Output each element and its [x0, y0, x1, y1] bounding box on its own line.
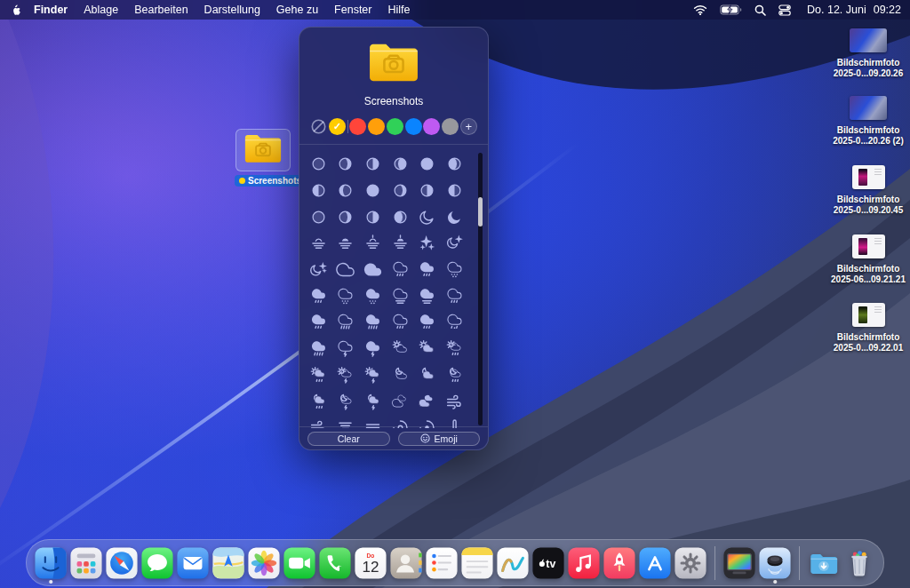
grid-icon-moon-left-gibbous[interactable]	[441, 151, 468, 178]
grid-icon-moon-left-gibbous[interactable]	[387, 203, 414, 230]
desktop-file-5[interactable]: Bildschirmfoto2025-0...09.22.01	[824, 303, 910, 354]
dock-photos-icon[interactable]	[246, 542, 282, 584]
grid-icon-cloud-sun-rain[interactable]	[441, 336, 468, 362]
grid-icon-cloud-sun-bolt[interactable]	[332, 362, 360, 389]
grid-icon-cloud-rain-fill[interactable]	[305, 309, 332, 336]
dock-media-viewer-icon[interactable]	[722, 542, 757, 584]
grid-icon-cloud-fill[interactable]	[359, 257, 387, 283]
search-icon[interactable]	[754, 4, 766, 16]
apple-menu-icon[interactable]	[11, 4, 22, 17]
grid-icon-moonset-fill[interactable]	[332, 230, 360, 257]
grid-icon-cloud-moon[interactable]	[387, 362, 414, 389]
grid-icon-moon-left-crescent[interactable]	[332, 178, 360, 204]
dock-puck-device-icon[interactable]	[757, 542, 793, 584]
dock-safari-icon[interactable]	[104, 542, 140, 584]
color-swatch-green[interactable]	[387, 118, 403, 135]
grid-icon-cloud-bolt-rain-fill[interactable]	[359, 336, 387, 362]
emoji-button[interactable]: Emoji	[398, 432, 481, 446]
dock-rocket-icon[interactable]	[602, 542, 637, 584]
grid-icon-cloud-moon-fill[interactable]	[414, 362, 442, 389]
grid-icon-cloud-rain-fill[interactable]	[414, 309, 442, 336]
dock-finder-icon[interactable]	[33, 542, 68, 584]
dock-freeform-icon[interactable]	[495, 542, 531, 584]
grid-icon-moon-right-half[interactable]	[359, 203, 387, 230]
grid-icon-moon-sparkle[interactable]	[441, 230, 468, 257]
grid-icon-cloud-fog[interactable]	[387, 282, 414, 309]
dock-facetime-icon[interactable]	[282, 542, 317, 584]
grid-icon-moonrise[interactable]	[359, 230, 387, 257]
dock-appstore-icon[interactable]	[637, 542, 673, 584]
grid-icon-moon-right-crescent[interactable]	[332, 203, 360, 230]
grid-icon-cloud-drizzle[interactable]	[441, 257, 468, 283]
grid-icon-cloud-sleet[interactable]	[441, 309, 468, 336]
grid-icon-moon-right-half[interactable]	[359, 151, 387, 178]
desktop-file-2[interactable]: Bildschirmfoto2025-0...20.26 (2)	[824, 96, 910, 147]
grid-icon-cloud-drizzle[interactable]	[332, 282, 360, 309]
grid-icon-cloud-rain[interactable]	[441, 282, 468, 309]
desktop-file-1[interactable]: Bildschirmfoto2025-0...09.20.26	[824, 28, 910, 79]
control-center-icon[interactable]	[778, 4, 791, 16]
dock-appletv-icon[interactable]: tv	[531, 542, 566, 584]
dock-mail-icon[interactable]	[175, 542, 211, 584]
grid-icon-wind[interactable]	[441, 388, 468, 415]
grid-icon-cloud[interactable]	[332, 257, 360, 283]
grid-icon-cloud-heavyrain-fill[interactable]	[359, 309, 387, 336]
grid-icon-cloud-rain[interactable]	[387, 309, 414, 336]
grid-icon-cloud-moon-bolt[interactable]	[332, 388, 360, 415]
grid-icon-moon-stars[interactable]	[305, 257, 332, 283]
dock-calendar-icon[interactable]: Do12	[353, 542, 388, 584]
grid-icon-sparkles[interactable]	[414, 230, 442, 257]
dock-notes-icon[interactable]	[459, 542, 495, 584]
grid-icon-moon-right-half[interactable]	[414, 178, 442, 204]
grid-icon-cloud-sun-bolt-fill[interactable]	[359, 362, 387, 389]
folder-label[interactable]: Screenshots	[235, 175, 306, 187]
grid-icon-clouds[interactable]	[387, 388, 414, 415]
scrollbar-track[interactable]	[478, 153, 483, 425]
dock-downloads-icon[interactable]	[806, 542, 842, 584]
dock-settings-icon[interactable]	[673, 542, 708, 584]
add-color-button[interactable]: +	[460, 118, 477, 135]
dock-trash-icon[interactable]	[842, 542, 877, 584]
menu-ablage[interactable]: Ablage	[76, 0, 126, 20]
grid-icon-cloud-rain[interactable]	[387, 257, 414, 283]
color-swatch-orange[interactable]	[368, 118, 385, 135]
wifi-icon[interactable]	[693, 4, 707, 15]
color-swatch-gray[interactable]	[442, 118, 459, 135]
desktop-folder-screenshots[interactable]: Screenshots	[235, 129, 291, 187]
grid-icon-cloud-fog-fill[interactable]	[414, 282, 442, 309]
grid-icon-moon-right-gibbous[interactable]	[387, 151, 414, 178]
grid-icon-moon-right-crescent[interactable]	[387, 178, 414, 204]
color-swatch-blue[interactable]	[405, 118, 422, 135]
color-swatch-red[interactable]	[349, 118, 366, 135]
dock-messages-icon[interactable]	[140, 542, 175, 584]
battery-charging-icon[interactable]	[720, 4, 742, 15]
grid-icon-cloud-moon-rain-fill[interactable]	[305, 388, 332, 415]
grid-icon-cloud-moon-rain[interactable]	[441, 362, 468, 389]
menubar-clock[interactable]: Do. 12. Juni 09:22	[807, 4, 901, 16]
clear-button[interactable]: Clear	[307, 432, 390, 446]
color-swatch-purple[interactable]	[423, 118, 440, 135]
dock-maps-icon[interactable]	[211, 542, 246, 584]
grid-icon-cloud-rain-fill[interactable]	[305, 282, 332, 309]
menu-fenster[interactable]: Fenster	[326, 0, 379, 20]
menu-bearbeiten[interactable]: Bearbeiten	[126, 0, 196, 20]
grid-icon-cloud-sun-rain-fill[interactable]	[305, 362, 332, 389]
grid-icon-cloud-moon-bolt-fill[interactable]	[359, 388, 387, 415]
grid-icon-moon-left-half[interactable]	[441, 178, 468, 204]
grid-icon-cloud-heavyrain[interactable]	[332, 309, 360, 336]
grid-icon-moonrise-fill[interactable]	[387, 230, 414, 257]
grid-icon-moon-right-crescent[interactable]	[332, 151, 360, 178]
grid-icon-cloud-sun-fill[interactable]	[414, 336, 442, 362]
grid-icon-cloud-sun[interactable]	[387, 336, 414, 362]
grid-icon-moon-new[interactable]	[305, 151, 332, 178]
desktop-file-4[interactable]: Bildschirmfoto2025-06...09.21.21	[824, 234, 910, 285]
desktop-file-3[interactable]: Bildschirmfoto2025-0...09.20.45	[824, 165, 910, 216]
grid-icon-moon-new[interactable]	[305, 203, 332, 230]
dock-reminders-icon[interactable]	[424, 542, 459, 584]
grid-icon-clouds-fill[interactable]	[414, 388, 442, 415]
folder-selection-box[interactable]	[235, 129, 291, 171]
color-swatch-yellow[interactable]: ✓	[329, 118, 346, 135]
menu-darstellung[interactable]: Darstellung	[196, 0, 268, 20]
grid-icon-moonset[interactable]	[305, 230, 332, 257]
grid-icon-cloud-heavyrain-fill[interactable]	[305, 336, 332, 362]
